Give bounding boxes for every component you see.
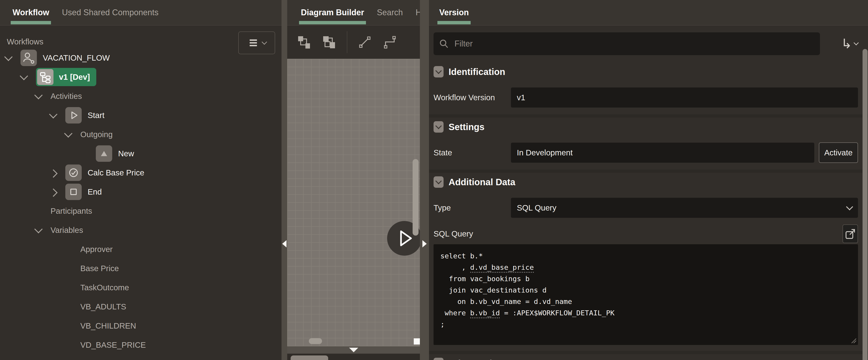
diagram-canvas[interactable] — [287, 59, 420, 346]
filter-box[interactable] — [434, 32, 820, 55]
go-to-arrow-icon: ↳ — [841, 37, 852, 50]
chevron-right-icon[interactable] — [49, 169, 58, 178]
right-tabbar: Version — [429, 0, 868, 26]
go-to-group-button[interactable]: ↳ — [841, 37, 858, 50]
tree-item-label: VACATION_FLOW — [43, 53, 110, 62]
state-input[interactable]: In Development — [511, 143, 814, 163]
tree-item-vd-base-price[interactable]: VD_BASE_PRICE — [0, 335, 281, 355]
toolbar-separator — [347, 31, 347, 53]
tree-item-v1-dev[interactable]: v1 [Dev] — [0, 67, 281, 87]
tree-item-new[interactable]: New — [0, 144, 281, 163]
collapse-identification-button[interactable] — [434, 66, 443, 78]
chevron-down-icon[interactable] — [4, 53, 13, 61]
filter-row: ↳ — [434, 32, 858, 55]
section-divider — [429, 169, 868, 173]
chevron-down-icon[interactable] — [64, 129, 72, 138]
chevron-down-icon[interactable] — [34, 91, 43, 99]
sql-code-editor[interactable]: select b.* , d.vd_base_price from vac_bo… — [434, 244, 858, 345]
tree-item-label: Start — [88, 111, 104, 120]
tree-item-base-price[interactable]: Base Price — [0, 259, 281, 278]
chevron-down-icon[interactable] — [34, 225, 43, 233]
tree-item-vb-adults[interactable]: VB_ADULTS — [0, 297, 281, 316]
tab-used-shared-components-label: Used Shared Components — [62, 8, 158, 17]
section-additional-data: Additional Data — [434, 176, 858, 188]
chevron-down-icon — [261, 39, 267, 45]
resize-handle-icon[interactable] — [851, 338, 857, 343]
duplicate-icon — [297, 35, 311, 50]
chevron-down-icon[interactable] — [20, 72, 28, 80]
tree-item-vacation-flow[interactable]: VACATION_FLOW — [0, 48, 281, 67]
hamburger-icon — [247, 37, 259, 49]
tree-item-label: New — [118, 149, 134, 158]
diagram-toolbar — [287, 26, 420, 59]
type-label: Type — [434, 203, 511, 212]
tab-clipped-label: H — [415, 8, 420, 17]
filter-input[interactable] — [454, 39, 814, 49]
collapse-settings-button[interactable] — [434, 121, 443, 133]
section-title: Identification — [448, 67, 505, 77]
type-select[interactable]: SQL Query — [511, 198, 858, 218]
bottom-panel-splitter[interactable] — [287, 346, 420, 354]
left-splitter[interactable] — [281, 0, 287, 360]
tree-item-end[interactable]: End — [0, 182, 281, 201]
workflow-version-value: v1 — [517, 93, 525, 102]
canvas-horizontal-scrollbar[interactable] — [309, 338, 322, 344]
tab-diagram-builder-label: Diagram Builder — [301, 8, 364, 17]
tab-used-shared-components[interactable]: Used Shared Components — [62, 0, 158, 25]
straight-connection-button[interactable] — [358, 35, 372, 50]
collapse-advanced-button[interactable] — [434, 358, 443, 360]
section-settings: Settings — [434, 121, 858, 133]
collapse-bottom-panel-icon[interactable] — [349, 348, 358, 352]
right-splitter[interactable] — [420, 0, 429, 360]
tree-item-label: End — [88, 187, 102, 196]
chevron-down-icon — [435, 68, 442, 74]
tab-workflow[interactable]: Workflow — [12, 0, 49, 25]
tab-workflow-label: Workflow — [12, 8, 49, 17]
palette-item[interactable] — [290, 355, 328, 360]
duplicate-filled-icon — [322, 35, 336, 50]
duplicate-with-connections-button[interactable] — [322, 35, 336, 50]
activate-button[interactable]: Activate — [819, 142, 858, 163]
collapse-left-panel-icon[interactable] — [282, 240, 286, 247]
tree-item-approver[interactable]: Approver — [0, 240, 281, 259]
sql-query-label: SQL Query — [434, 229, 473, 238]
property-editor-panel: Version ↳ Identification Workflow Versio… — [429, 0, 868, 360]
tree-item-taskoutcome[interactable]: TaskOutcome — [0, 278, 281, 297]
tree-item-calc-base-price[interactable]: Calc Base Price — [0, 163, 281, 182]
tab-clipped[interactable]: H — [415, 0, 420, 25]
tree-item-activities[interactable]: Activities — [0, 87, 281, 106]
tab-version[interactable]: Version — [439, 0, 469, 25]
elbow-connector-icon — [383, 35, 397, 50]
version-icon — [37, 69, 54, 85]
tree-item-label: Outgoing — [80, 130, 113, 139]
chevron-down-icon — [435, 178, 442, 184]
tree-item-label: Participants — [51, 206, 92, 216]
tree-item-variables[interactable]: Variables — [0, 221, 281, 240]
tab-search[interactable]: Search — [377, 0, 403, 25]
chevron-down-icon — [435, 123, 442, 129]
open-code-editor-button[interactable] — [842, 224, 858, 243]
elbow-connection-button[interactable] — [383, 35, 397, 50]
duplicate-activity-button[interactable] — [297, 35, 311, 50]
tree-item-vb-children[interactable]: VB_CHILDREN — [0, 316, 281, 335]
workflow-version-input[interactable]: v1 — [511, 87, 858, 108]
collapse-additional-data-button[interactable] — [434, 176, 443, 188]
tree-item-label: Variables — [51, 226, 83, 235]
section-identification: Identification — [434, 66, 858, 78]
chevron-right-icon[interactable] — [49, 188, 58, 197]
canvas-vertical-scrollbar[interactable] — [413, 159, 418, 236]
chevron-down-icon[interactable] — [49, 110, 58, 118]
property-editor-body: ↳ Identification Workflow Version v1 Set… — [429, 26, 868, 360]
workflow-icon — [21, 50, 37, 66]
left-tabbar: Workflow Used Shared Components — [0, 0, 281, 26]
panel-scrollbar[interactable] — [863, 49, 868, 360]
transition-icon — [96, 145, 112, 162]
tree-item-outgoing[interactable]: Outgoing — [0, 125, 281, 144]
workflow-tree: VACATION_FLOW v1 [Dev] Activities Start — [0, 48, 281, 360]
canvas-scroll-corner[interactable] — [414, 338, 420, 344]
tab-diagram-builder[interactable]: Diagram Builder — [301, 0, 364, 25]
tree-item-participants[interactable]: Participants — [0, 201, 281, 221]
collapse-right-panel-icon[interactable] — [423, 240, 427, 247]
section-title: Settings — [448, 122, 485, 132]
tree-item-start[interactable]: Start — [0, 106, 281, 125]
